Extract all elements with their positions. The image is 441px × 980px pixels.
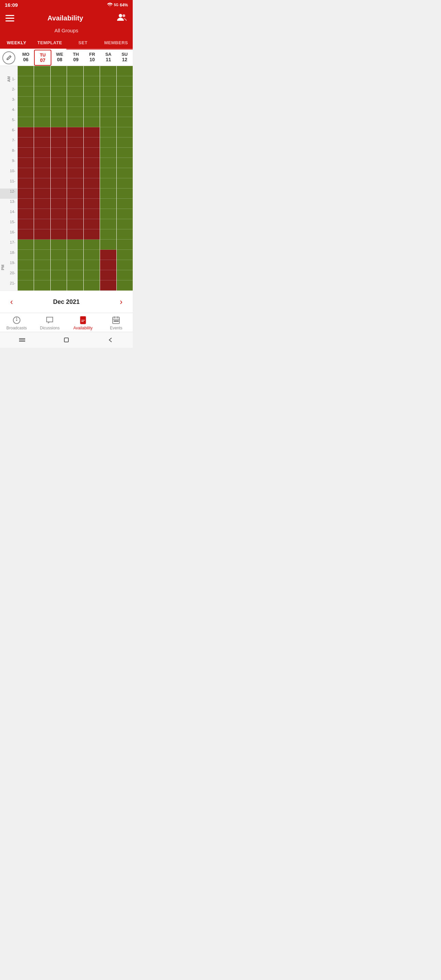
grid-cell-col1-row14[interactable] (34, 209, 50, 219)
grid-cell-col2-row14[interactable] (51, 209, 67, 219)
grid-cell-col2-row12[interactable] (51, 189, 67, 199)
grid-col-3[interactable] (67, 66, 83, 291)
grid-cell-col4-row21[interactable] (84, 280, 100, 291)
grid-cell-col2-row21[interactable] (51, 280, 67, 291)
grid-cell-col6-row20[interactable] (117, 270, 133, 280)
grid-cell-col2-row18[interactable] (51, 250, 67, 260)
grid-cell-col0-row10[interactable] (18, 168, 34, 178)
hamburger-button[interactable] (5, 15, 14, 21)
grid-cell-col4-row13[interactable] (84, 199, 100, 209)
grid-cell-col0-row12[interactable] (18, 189, 34, 199)
grid-cell-col3-row6[interactable] (67, 127, 83, 137)
grid-cell-col6-row1[interactable] (117, 76, 133, 86)
grid-cell-col2-row8[interactable] (51, 148, 67, 158)
grid-cell-col0-row20[interactable] (18, 270, 34, 280)
grid-cell-col4-row0[interactable] (84, 66, 100, 76)
grid-cell-col3-row9[interactable] (67, 158, 83, 168)
grid-cell-col4-row8[interactable] (84, 148, 100, 158)
day-col-mo[interactable]: MO 06 (18, 50, 34, 66)
grid-cell-col6-row3[interactable] (117, 97, 133, 107)
grid-cell-col1-row9[interactable] (34, 158, 50, 168)
grid-cell-col4-row3[interactable] (84, 97, 100, 107)
grid-cell-col3-row11[interactable] (67, 178, 83, 189)
grid-cell-col4-row7[interactable] (84, 137, 100, 148)
back-button[interactable] (107, 336, 114, 344)
grid-cell-col4-row20[interactable] (84, 270, 100, 280)
grid-cell-col4-row6[interactable] (84, 127, 100, 137)
tab-weekly[interactable]: WEEKLY (0, 37, 33, 50)
grid-cell-col5-row15[interactable] (100, 219, 116, 229)
next-month-button[interactable]: › (116, 296, 126, 308)
day-col-we[interactable]: WE 08 (51, 50, 68, 66)
grid-cell-col0-row19[interactable] (18, 260, 34, 270)
grid-cell-col5-row16[interactable] (100, 229, 116, 240)
grid-cell-col3-row18[interactable] (67, 250, 83, 260)
grid-cell-col4-row1[interactable] (84, 76, 100, 86)
grid-cell-col3-row10[interactable] (67, 168, 83, 178)
nav-discussions[interactable]: Dicussions (38, 316, 62, 331)
grid-cell-col6-row12[interactable] (117, 189, 133, 199)
grid-cell-col3-row3[interactable] (67, 97, 83, 107)
grid-cell-col1-row8[interactable] (34, 148, 50, 158)
grid-cell-col0-row15[interactable] (18, 219, 34, 229)
grid-cell-col2-row6[interactable] (51, 127, 67, 137)
grid-cell-col5-row17[interactable] (100, 240, 116, 250)
grid-cell-col4-row14[interactable] (84, 209, 100, 219)
grid-cell-col5-row14[interactable] (100, 209, 116, 219)
grid-cell-col1-row18[interactable] (34, 250, 50, 260)
grid-cell-col6-row11[interactable] (117, 178, 133, 189)
grid-cell-col5-row21[interactable] (100, 280, 116, 291)
grid-cell-col5-row20[interactable] (100, 270, 116, 280)
grid-cell-col2-row0[interactable] (51, 66, 67, 76)
grid-cell-col3-row17[interactable] (67, 240, 83, 250)
grid-cell-col0-row11[interactable] (18, 178, 34, 189)
grid-cell-col2-row13[interactable] (51, 199, 67, 209)
grid-cell-col4-row11[interactable] (84, 178, 100, 189)
grid-cell-col4-row16[interactable] (84, 229, 100, 240)
grid-cell-col1-row3[interactable] (34, 97, 50, 107)
grid-cell-col0-row5[interactable] (18, 117, 34, 127)
grid-cell-col5-row7[interactable] (100, 137, 116, 148)
grid-cell-col1-row20[interactable] (34, 270, 50, 280)
grid-cell-col2-row5[interactable] (51, 117, 67, 127)
grid-cell-col5-row4[interactable] (100, 107, 116, 117)
day-col-th[interactable]: TH 09 (68, 50, 84, 66)
grid-cell-col2-row9[interactable] (51, 158, 67, 168)
edit-button-gutter[interactable] (0, 50, 18, 66)
grid-cell-col2-row11[interactable] (51, 178, 67, 189)
grid-cell-col1-row0[interactable] (34, 66, 50, 76)
nav-broadcasts[interactable]: Broadcasts (5, 316, 29, 331)
grid-cell-col3-row15[interactable] (67, 219, 83, 229)
grid-cell-col3-row14[interactable] (67, 209, 83, 219)
grid-cell-col5-row6[interactable] (100, 127, 116, 137)
grid-cell-col2-row16[interactable] (51, 229, 67, 240)
grid-cell-col1-row6[interactable] (34, 127, 50, 137)
grid-cell-col0-row14[interactable] (18, 209, 34, 219)
grid-cell-col3-row5[interactable] (67, 117, 83, 127)
grid-cell-col1-row4[interactable] (34, 107, 50, 117)
grid-cell-col0-row6[interactable] (18, 127, 34, 137)
day-col-tu[interactable]: TU 07 (34, 50, 52, 66)
grid-cell-col1-row10[interactable] (34, 168, 50, 178)
grid-cell-col5-row8[interactable] (100, 148, 116, 158)
grid-cell-col0-row4[interactable] (18, 107, 34, 117)
grid-cell-col0-row21[interactable] (18, 280, 34, 291)
grid-cell-col3-row20[interactable] (67, 270, 83, 280)
grid-cell-col4-row9[interactable] (84, 158, 100, 168)
grid-cell-col2-row15[interactable] (51, 219, 67, 229)
grid-cell-col4-row4[interactable] (84, 107, 100, 117)
grid-cell-col1-row2[interactable] (34, 86, 50, 97)
prev-month-button[interactable]: ‹ (7, 296, 16, 308)
grid-cell-col0-row9[interactable] (18, 158, 34, 168)
day-col-su[interactable]: SU 12 (116, 50, 133, 66)
grid-cell-col6-row6[interactable] (117, 127, 133, 137)
grid-cell-col6-row15[interactable] (117, 219, 133, 229)
grid-cell-col6-row2[interactable] (117, 86, 133, 97)
grid-cell-col0-row13[interactable] (18, 199, 34, 209)
grid-cell-col5-row3[interactable] (100, 97, 116, 107)
grid-col-2[interactable] (51, 66, 67, 291)
grid-cell-col3-row4[interactable] (67, 107, 83, 117)
all-groups-label[interactable]: All Groups (5, 27, 127, 37)
grid-col-6[interactable] (117, 66, 133, 291)
tab-template[interactable]: TEMPLATE (33, 37, 67, 50)
